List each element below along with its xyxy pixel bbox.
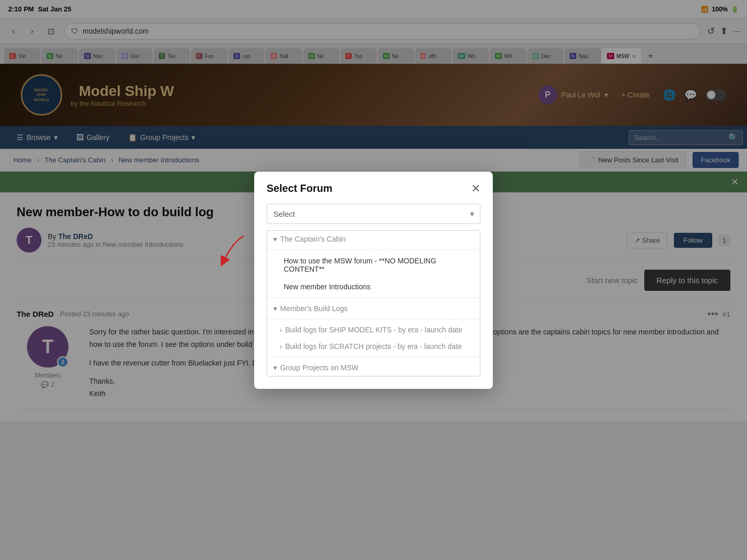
collapse-icon-group-projects: ▾ [273,363,277,372]
modal-overlay[interactable]: Select Forum ✕ Select ▾ ▾ The Captain's … [0,0,747,560]
forum-select[interactable]: Select [267,204,480,224]
collapse-icon-build-logs: ▾ [273,304,277,313]
divider-2 [267,298,480,298]
arrow-annotation [213,231,254,272]
group-build-logs[interactable]: ▾ Member's Build Logs [267,300,480,317]
item-how-to-use[interactable]: How to use the MSW forum - **NO MODELING… [267,252,480,278]
group-projects-on-msw[interactable]: ▾ Group Projects on MSW [267,359,480,376]
scratch-projects-label: Build logs for SCRATCH projects - by era… [285,342,462,351]
expand-icon-scratch: › [280,342,282,351]
divider-4 [267,357,480,357]
group-captains-cabin[interactable]: ▾ The Captain's Cabin [267,231,480,247]
select-wrapper: Select ▾ [267,204,480,224]
dropdown-list: ▾ The Captain's Cabin How to use the MSW… [267,230,480,376]
ship-model-kits-label: Build logs for SHIP MODEL KITS - by era … [285,326,463,334]
divider-1 [267,249,480,250]
subgroup-ship-model-kits[interactable]: › Build logs for SHIP MODEL KITS - by er… [267,321,480,338]
select-forum-modal: Select Forum ✕ Select ▾ ▾ The Captain's … [254,172,493,389]
build-logs-label: Member's Build Logs [280,304,348,313]
captains-cabin-label: The Captain's Cabin [280,235,345,243]
modal-title: Select Forum [267,183,333,194]
divider-3 [267,319,480,319]
modal-close-button[interactable]: ✕ [471,182,480,195]
subgroup-scratch-projects[interactable]: › Build logs for SCRATCH projects - by e… [267,338,480,355]
modal-header: Select Forum ✕ [254,172,493,204]
collapse-icon-captains: ▾ [273,235,277,243]
modal-body: Select ▾ ▾ The Captain's Cabin How to us… [254,204,493,389]
group-projects-label: Group Projects on MSW [280,363,358,372]
item-new-member-intro[interactable]: New member Introductions [267,278,480,296]
expand-icon-kits: › [280,326,282,334]
